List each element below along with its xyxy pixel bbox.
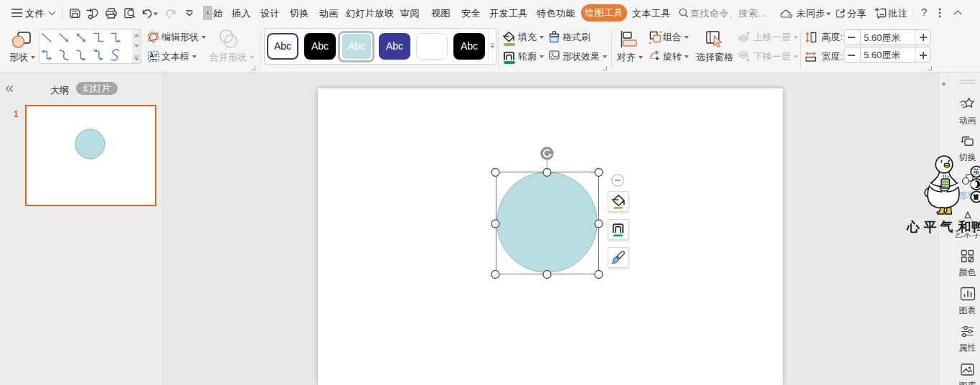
svg-text:心: 心 xyxy=(906,220,920,234)
svg-text:气: 气 xyxy=(940,220,953,234)
svg-text:英: 英 xyxy=(973,167,980,176)
svg-text:平: 平 xyxy=(923,220,937,234)
svg-text:和: 和 xyxy=(958,220,971,234)
svg-text:鸭: 鸭 xyxy=(971,220,980,234)
